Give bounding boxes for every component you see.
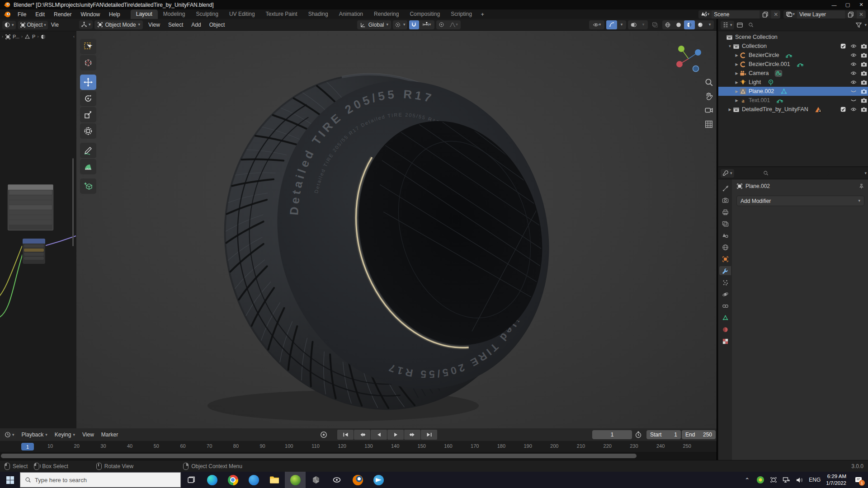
menu-file[interactable]: File: [14, 10, 30, 19]
taskbar-app-blender[interactable]: [347, 472, 368, 488]
unlink-scene-icon[interactable]: ✕: [771, 10, 780, 19]
tool-scale[interactable]: [80, 107, 96, 122]
outliner-search[interactable]: [745, 21, 854, 29]
disclosure-icon[interactable]: ▶: [734, 62, 740, 66]
tab-modeling[interactable]: Modeling: [158, 9, 191, 19]
object-visibility-dropdown[interactable]: ▾: [589, 20, 604, 29]
properties-tab-render[interactable]: [719, 196, 731, 205]
show-overlays-toggle[interactable]: [628, 20, 639, 29]
taskbar-app-edge[interactable]: [202, 472, 222, 488]
gizmo-y-axis[interactable]: [678, 46, 684, 52]
properties-tab-world[interactable]: [719, 243, 731, 252]
properties-tab-viewlayer[interactable]: [719, 219, 731, 228]
taskbar-app-explorer[interactable]: [264, 472, 285, 488]
properties-tab-material[interactable]: [719, 325, 731, 334]
frame-end-field[interactable]: End250: [682, 430, 716, 439]
outliner-row-beziercircle[interactable]: ▶BezierCircle: [718, 51, 868, 60]
shading-rendered-button[interactable]: [695, 20, 706, 29]
camera-blue-toggle-icon[interactable]: [861, 88, 867, 94]
camera-toggle-icon[interactable]: [861, 61, 867, 67]
snap-target-dropdown[interactable]: ▾: [419, 20, 434, 29]
node-panel[interactable]: [8, 184, 53, 230]
properties-tab-texture[interactable]: [719, 337, 731, 346]
timeline-menu-playback[interactable]: Playback▾: [18, 431, 51, 439]
taskbar-app-telegram[interactable]: [368, 472, 389, 488]
properties-tab-data[interactable]: [719, 313, 731, 322]
stopwatch-icon[interactable]: [635, 431, 642, 438]
add-modifier-button[interactable]: Add Modifier ▾: [736, 196, 864, 206]
taskbar-clock[interactable]: 6:29 AM 1/7/2022: [826, 473, 846, 487]
disclosure-icon[interactable]: ▶: [727, 108, 733, 112]
shading-dropdown[interactable]: ▾: [706, 20, 714, 29]
properties-tab-modifiers[interactable]: [719, 266, 731, 275]
viewport-menu-select[interactable]: Select: [165, 21, 187, 29]
check-toggle-icon[interactable]: [840, 43, 846, 49]
disclosure-icon[interactable]: ▶: [734, 80, 740, 84]
timeline-menu-keying[interactable]: Keying▾: [51, 431, 79, 439]
current-frame-field[interactable]: 1: [592, 430, 632, 439]
timeline-scrollbar[interactable]: [0, 452, 717, 460]
navigation-gizmo[interactable]: [672, 42, 705, 75]
tool-measure[interactable]: [80, 159, 96, 174]
camera-toggle-icon[interactable]: [861, 70, 867, 76]
properties-search[interactable]: [760, 169, 829, 177]
normal-map-node[interactable]: [22, 238, 46, 264]
disclosure-icon[interactable]: ▶: [734, 89, 740, 94]
eye-closed-toggle-icon[interactable]: [850, 97, 857, 103]
display-mode-icon[interactable]: [736, 22, 743, 28]
camera-view-icon[interactable]: [704, 106, 713, 115]
viewport-3d[interactable]: ▾ Object Mode ▾ ViewSelectAddObject Glob…: [76, 19, 717, 428]
pivot-point-dropdown[interactable]: ▾: [393, 20, 407, 29]
add-workspace-button[interactable]: +: [477, 10, 488, 19]
taskbar-search[interactable]: Type here to search: [20, 472, 181, 488]
prev-keyframe-button[interactable]: [354, 430, 370, 440]
outliner-row-scene-collection[interactable]: Scene Collection: [718, 33, 868, 42]
taskbar-app-active-app[interactable]: [285, 472, 306, 488]
taskbar-app-task-view[interactable]: [181, 472, 202, 488]
shader-editor-scrollbar[interactable]: [72, 158, 74, 246]
tool-cursor[interactable]: [80, 55, 96, 70]
overlays-dropdown[interactable]: ▾: [639, 20, 648, 29]
jump-to-start-button[interactable]: [337, 430, 354, 440]
tab-shading[interactable]: Shading: [303, 9, 334, 19]
play-button[interactable]: [387, 430, 404, 440]
outliner-row-detailedtire-by-unityfan[interactable]: ▶DetailedTire_by_UnityFAN4: [718, 105, 868, 114]
show-gizmo-toggle[interactable]: [606, 20, 617, 29]
viewport-menu-view[interactable]: View: [145, 21, 164, 29]
scene-name[interactable]: Scene: [712, 10, 760, 19]
shading-solid-button[interactable]: [673, 20, 684, 29]
properties-tab-physics[interactable]: [719, 290, 731, 299]
eye-toggle-icon[interactable]: [850, 52, 857, 58]
properties-tab-particles[interactable]: [719, 278, 731, 287]
outliner-row-beziercircle-001[interactable]: ▶BezierCircle.001: [718, 60, 868, 69]
network-icon[interactable]: [783, 476, 790, 484]
outliner-row-light[interactable]: ▶Light: [718, 78, 868, 87]
outliner-row-plane-002[interactable]: ▶Plane.002: [718, 87, 868, 96]
disclosure-icon[interactable]: ▶: [734, 99, 740, 103]
start-button[interactable]: [0, 472, 20, 488]
close-button[interactable]: ✕: [854, 0, 868, 9]
properties-tab-scene[interactable]: [719, 231, 731, 240]
overflow-left-icon[interactable]: ›: [2, 34, 3, 39]
tab-sculpting[interactable]: Sculpting: [191, 9, 224, 19]
disclosure-icon[interactable]: ▶: [734, 53, 740, 57]
snap-toggle[interactable]: [409, 20, 419, 29]
gizmo-z-axis[interactable]: [695, 49, 701, 56]
properties-editor-type-button[interactable]: ▾: [721, 169, 734, 178]
shader-type-dropdown[interactable]: Object ▾: [18, 21, 48, 29]
view-layer-selector[interactable]: ▾ View Layer ✕: [783, 10, 866, 19]
jump-to-end-button[interactable]: [421, 430, 437, 440]
timeline-menu-marker[interactable]: Marker: [98, 431, 122, 439]
scrollbar-handle[interactable]: [1, 454, 637, 458]
auto-key-toggle[interactable]: [319, 431, 328, 439]
tab-texture-paint[interactable]: Texture Paint: [260, 9, 303, 19]
eye-toggle-icon[interactable]: [850, 70, 857, 76]
xray-toggle[interactable]: [650, 20, 660, 29]
eye-closed-toggle-icon[interactable]: [850, 88, 857, 94]
play-reverse-button[interactable]: [371, 430, 387, 440]
pan-hand-icon[interactable]: [704, 92, 713, 101]
frame-start-field[interactable]: Start1: [646, 430, 681, 439]
timeline-editor-type-button[interactable]: ▾: [3, 431, 16, 439]
tab-scripting[interactable]: Scripting: [445, 9, 477, 19]
minimize-button[interactable]: —: [827, 0, 841, 9]
